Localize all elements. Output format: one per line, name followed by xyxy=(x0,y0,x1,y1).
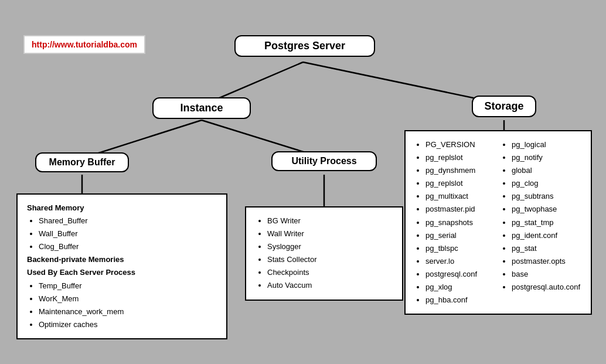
memory-buffer-node: Memory Buffer xyxy=(35,152,129,172)
list-item: pg_subtrans xyxy=(512,190,581,203)
list-item: pg_stat xyxy=(512,242,581,255)
list-item: Auto Vaccum xyxy=(267,279,393,292)
list-item: pg_clog xyxy=(512,177,581,190)
list-item: postmaster.opts xyxy=(512,255,581,268)
used-by-list: Temp_Buffer WorK_Mem Maintenance_work_me… xyxy=(27,280,217,331)
list-item: pg_tblspc xyxy=(425,242,495,255)
list-item: pg_replslot xyxy=(425,177,495,190)
list-item: global xyxy=(512,164,581,177)
shared-memory-title: Shared Memory xyxy=(27,202,217,215)
postgres-server-node: Postgres Server xyxy=(234,35,375,57)
list-item: pg_hba.conf xyxy=(425,294,495,307)
list-item: pg_snapshots xyxy=(425,216,495,229)
list-item: PG_VERSION xyxy=(425,138,495,151)
list-item: postmaster.pid xyxy=(425,203,495,216)
list-item: postgresql.conf xyxy=(425,268,495,281)
storage-content-box: PG_VERSION pg_replslot pg_dynshmem pg_re… xyxy=(404,130,592,315)
list-item: Maintenance_work_mem xyxy=(39,305,217,318)
list-item: pg_serial xyxy=(425,229,495,242)
list-item: Temp_Buffer xyxy=(39,280,217,292)
utility-list: BG Writer Wall Writer Syslogger Stats Co… xyxy=(256,215,393,292)
list-item: pg_notify xyxy=(512,151,581,164)
memory-content-box: Shared Memory Shared_Buffer Wall_Buffer … xyxy=(16,193,227,339)
list-item: pg_logical xyxy=(512,138,581,151)
list-item: pg_ident.conf xyxy=(512,229,581,242)
list-item: base xyxy=(512,268,581,281)
list-item: Stats Collector xyxy=(267,253,393,266)
list-item: WorK_Mem xyxy=(39,292,217,305)
shared-memory-list: Shared_Buffer Wall_Buffer Clog_Buffer xyxy=(27,215,217,253)
storage-node: Storage xyxy=(472,96,536,117)
utility-content-box: BG Writer Wall Writer Syslogger Stats Co… xyxy=(245,206,403,301)
list-item: Clog_Buffer xyxy=(39,240,217,253)
list-item: pg_replslot xyxy=(425,151,495,164)
list-item: BG Writer xyxy=(267,215,393,227)
list-item: Checkpoints xyxy=(267,266,393,279)
list-item: pg_twophase xyxy=(512,203,581,216)
storage-right-list: pg_logical pg_notify global pg_clog pg_s… xyxy=(501,138,581,307)
list-item: pg_dynshmem xyxy=(425,164,495,177)
storage-left-list: PG_VERSION pg_replslot pg_dynshmem pg_re… xyxy=(415,138,495,307)
list-item: Optimizer caches xyxy=(39,318,217,331)
list-item: Syslogger xyxy=(267,240,393,253)
backend-private-title: Backend-private Memories xyxy=(27,253,217,266)
list-item: server.lo xyxy=(425,255,495,268)
utility-process-node: Utility Process xyxy=(271,151,377,171)
list-item: Wall Writer xyxy=(267,227,393,240)
list-item: pg_xlog xyxy=(425,281,495,294)
url-badge: http://www.tutorialdba.com xyxy=(23,35,145,54)
list-item: pg_multixact xyxy=(425,190,495,203)
list-item: Shared_Buffer xyxy=(39,215,217,227)
used-by-title: Used By Each Server Process xyxy=(27,266,217,279)
list-item: Wall_Buffer xyxy=(39,227,217,240)
list-item: pg_stat_tmp xyxy=(512,216,581,229)
list-item: postgresql.auto.conf xyxy=(512,281,581,294)
instance-node: Instance xyxy=(152,97,251,119)
